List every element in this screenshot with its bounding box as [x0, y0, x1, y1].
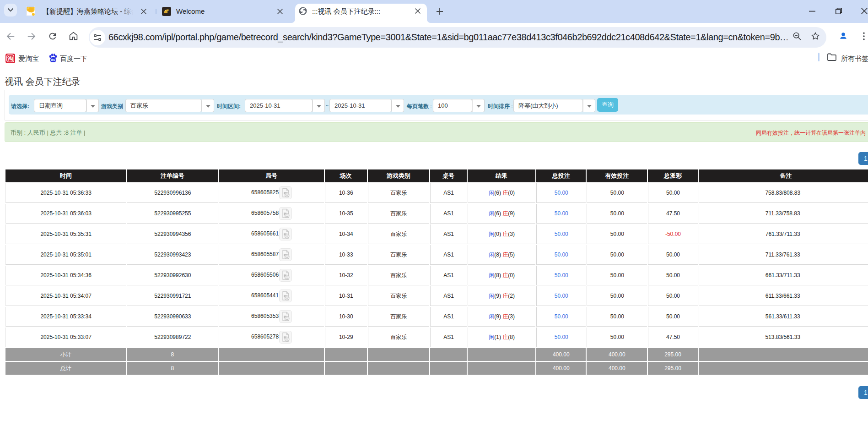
svg-text:du: du: [51, 58, 56, 62]
svg-text:淘: 淘: [7, 55, 13, 62]
